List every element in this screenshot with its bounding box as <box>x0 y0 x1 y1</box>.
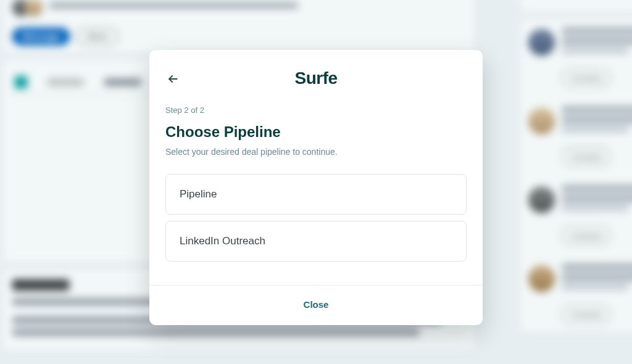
back-button[interactable] <box>164 70 181 88</box>
modal-title: Choose Pipeline <box>165 123 467 141</box>
modal-body: Step 2 of 2 Choose Pipeline Select your … <box>149 93 483 285</box>
choose-pipeline-modal: Surfe Step 2 of 2 Choose Pipeline Select… <box>149 50 483 325</box>
logo: Surfe <box>294 65 337 88</box>
step-label: Step 2 of 2 <box>165 105 467 115</box>
option-label: LinkedIn Outreach <box>180 235 265 247</box>
modal-subtitle: Select your desired deal pipeline to con… <box>165 147 467 157</box>
pipeline-option-linkedin-outreach[interactable]: LinkedIn Outreach <box>165 221 467 262</box>
close-button[interactable]: Close <box>304 299 329 310</box>
arrow-left-icon <box>167 73 179 85</box>
modal-header: Surfe <box>149 50 483 93</box>
option-label: Pipeline <box>180 188 217 200</box>
pipeline-option-default[interactable]: Pipeline <box>165 174 467 215</box>
modal-footer: Close <box>149 285 483 325</box>
